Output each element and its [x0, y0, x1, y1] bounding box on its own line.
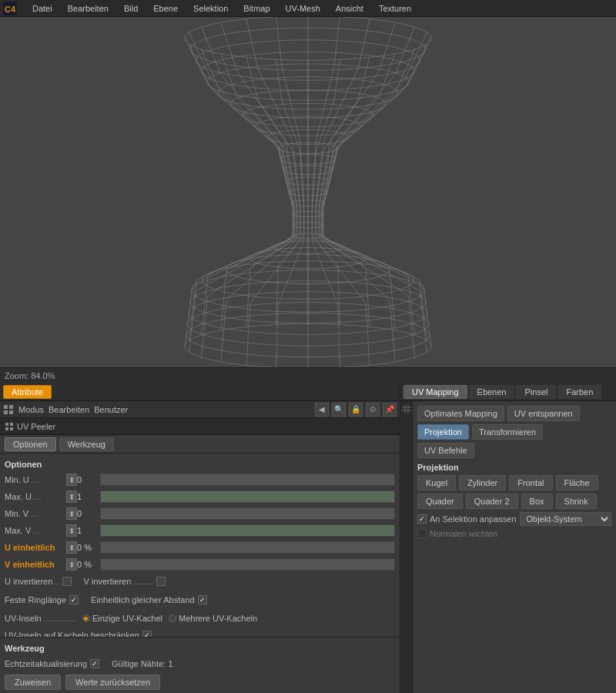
right-panel: UV Mapping Ebenen Pinsel Farben Optimale…: [400, 383, 616, 693]
kacheln-check[interactable]: [142, 631, 152, 637]
invertieren-row: U invertieren ... V invertieren ........…: [5, 574, 395, 591]
uv-peeler-label: UV Peeler: [17, 422, 55, 431]
svg-rect-3: [9, 405, 13, 409]
uv-inseln-label: UV-Inseln .....................: [5, 614, 76, 623]
radio-mehrere[interactable]: Mehrere UV-Kacheln: [169, 614, 257, 623]
btn-zylinder[interactable]: Zylinder: [459, 475, 506, 490]
v-invertieren-label: V invertieren .............: [84, 577, 154, 586]
uv-peeler-row: UV Peeler: [0, 418, 400, 435]
v-invertieren-row: V invertieren .............: [84, 574, 166, 589]
mapping-btn-row1: Optimales Mapping UV entspannen: [417, 406, 611, 421]
min-v-stepper[interactable]: ⬍: [66, 507, 77, 520]
btn-kugel[interactable]: Kugel: [417, 475, 456, 490]
btn-shrink[interactable]: Shrink: [556, 494, 597, 509]
right-tabs-row: UV Mapping Ebenen Pinsel Farben: [400, 383, 616, 401]
toolbar-modus[interactable]: Modus: [18, 405, 44, 414]
bottom-panel: Attribute Modus Bearbeiten Benutzer ◀ 🔍 …: [0, 383, 616, 693]
btn-uv-befehle[interactable]: UV Befehle: [417, 443, 474, 458]
toolbar-search-btn[interactable]: 🔍: [332, 403, 346, 417]
proj-row2: Quader Quader 2 Box Shrink: [417, 494, 611, 509]
min-v-slider[interactable]: [100, 507, 395, 520]
left-panel: Attribute Modus Bearbeiten Benutzer ◀ 🔍 …: [0, 383, 400, 693]
u-invertieren-check[interactable]: [62, 577, 72, 586]
max-u-stepper[interactable]: ⬍: [66, 490, 77, 503]
grid-strip: [400, 401, 413, 693]
v-invertieren-check[interactable]: [156, 577, 166, 586]
menu-uv-mesh[interactable]: UV-Mesh: [283, 2, 323, 15]
tab-uv-mapping[interactable]: UV Mapping: [403, 385, 467, 399]
btn-optimales-mapping[interactable]: Optimales Mapping: [417, 406, 504, 421]
u-einheitlich-stepper[interactable]: ⬍: [66, 541, 77, 554]
btn-uv-entspannen[interactable]: UV entspannen: [507, 406, 580, 421]
tab-pinsel[interactable]: Pinsel: [516, 385, 556, 399]
max-v-stepper[interactable]: ⬍: [66, 524, 77, 537]
gleicher-abstand-check[interactable]: [198, 595, 207, 604]
right-content: Optimales Mapping UV entspannen Projekti…: [400, 401, 616, 693]
svg-rect-5: [9, 410, 13, 414]
btn-flache[interactable]: Fläche: [556, 475, 598, 490]
svg-rect-9: [10, 427, 13, 430]
max-v-slider[interactable]: [100, 524, 395, 537]
kacheln-label: UV-Inseln auf Kacheln beschränken: [5, 631, 139, 637]
menu-ebene[interactable]: Ebene: [150, 2, 181, 15]
u-einheitlich-slider[interactable]: [100, 541, 395, 554]
app-logo: C4: [3, 2, 17, 15]
u-einheitlich-value: 0 %: [77, 543, 100, 552]
menu-bearbeiten[interactable]: Bearbeiten: [65, 2, 112, 15]
btn-transformieren[interactable]: Transformieren: [472, 424, 543, 440]
menu-datei[interactable]: Datei: [29, 2, 55, 15]
svg-rect-4: [4, 410, 8, 414]
btn-projektion[interactable]: Projektion: [417, 424, 469, 440]
toolbar-pin-btn[interactable]: 📌: [383, 403, 397, 417]
u-invertieren-label: U invertieren ...: [5, 577, 59, 586]
projektion-header: Projektion: [417, 463, 611, 472]
toolbar-lock-btn[interactable]: 🔒: [349, 403, 363, 417]
proj-row1: Kugel Zylinder Frontal Fläche: [417, 475, 611, 490]
min-u-stepper[interactable]: ⬍: [66, 474, 77, 486]
btn-frontal[interactable]: Frontal: [509, 475, 552, 490]
min-u-label: Min. U .....: [5, 475, 66, 484]
feste-ringlaenge-row: Feste Ringlänge: [5, 592, 79, 608]
tab-attribute[interactable]: Attribute: [3, 385, 52, 399]
zuweisen-button[interactable]: Zuweisen: [5, 675, 61, 690]
selektion-check[interactable]: [417, 514, 427, 524]
tab-ebenen[interactable]: Ebenen: [469, 385, 515, 399]
menu-bitmap[interactable]: Bitmap: [240, 2, 273, 15]
v-einheitlich-slider[interactable]: [100, 558, 395, 571]
menu-selektion[interactable]: Selektion: [190, 2, 231, 15]
grid-icon: [402, 404, 411, 413]
btn-box[interactable]: Box: [521, 494, 553, 509]
max-u-slider[interactable]: [100, 490, 395, 503]
reset-button[interactable]: Werte zurücksetzen: [65, 675, 160, 690]
v-einheitlich-value: 0 %: [77, 560, 100, 569]
realtime-label: Echtzeitaktualisierung: [5, 659, 87, 668]
toolbar-target-btn[interactable]: ⊙: [366, 403, 380, 417]
menu-ansicht[interactable]: Ansicht: [333, 2, 367, 15]
uv-icon: [5, 422, 14, 431]
right-main: Optimales Mapping UV entspannen Projekti…: [413, 401, 616, 693]
selektion-select[interactable]: Objekt-System: [520, 512, 611, 526]
radio-einzige[interactable]: Einzige UV-Kachel: [82, 614, 162, 623]
menu-texturen[interactable]: Texturen: [376, 2, 414, 15]
toolbar-benutzer[interactable]: Benutzer: [94, 405, 128, 414]
gleicher-abstand-row: Einheitlich gleicher Abstand: [91, 592, 207, 608]
normalen-check: [417, 529, 427, 538]
toolbar-back-btn[interactable]: ◀: [315, 403, 329, 417]
min-u-slider[interactable]: [100, 474, 395, 486]
menu-bild[interactable]: Bild: [121, 2, 141, 15]
svg-text:C4: C4: [5, 5, 16, 14]
v-einheitlich-label: V einheitlich: [5, 560, 66, 569]
toolbar-bearbeiten[interactable]: Bearbeiten: [49, 405, 89, 414]
btn-quader2[interactable]: Quader 2: [466, 494, 518, 509]
btn-quader[interactable]: Quader: [417, 494, 463, 509]
werkzeug-header: Werkzeug: [5, 644, 395, 653]
u-invertieren-row: U invertieren ...: [5, 574, 72, 589]
tab-farben[interactable]: Farben: [557, 385, 601, 399]
feste-ringlaenge-check[interactable]: [69, 595, 79, 604]
realtime-check[interactable]: [90, 659, 99, 668]
normalen-label: Normalen wichten: [430, 529, 497, 538]
sub-tab-werkzeug[interactable]: Werkzeug: [59, 437, 114, 451]
sub-tab-optionen[interactable]: Optionen: [5, 437, 56, 451]
v-einheitlich-stepper[interactable]: ⬍: [66, 558, 77, 571]
uv-inseln-row: UV-Inseln ..................... Einzige …: [5, 611, 395, 626]
